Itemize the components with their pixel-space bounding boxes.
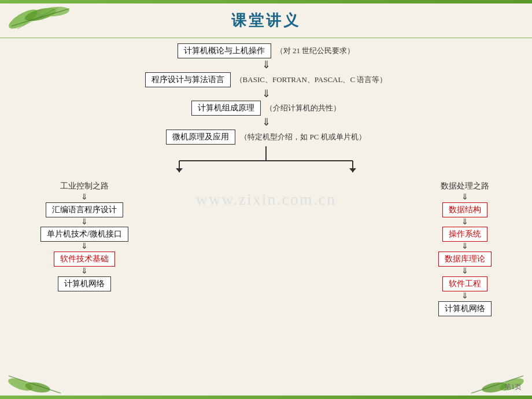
node3-comment: （介绍计算机的共性） [265, 103, 341, 113]
left-node-3: 软件技术基础 [54, 252, 115, 267]
arrow1: ⇓ [262, 59, 271, 72]
left-node-1: 汇编语言程序设计 [46, 202, 123, 217]
svg-marker-16 [349, 168, 356, 172]
title-divider [0, 38, 532, 38]
node4-box: 微机原理及应用 [166, 130, 235, 145]
branch-section: 工业控制之路 ⇓ 汇编语言程序设计 ⇓ 单片机技术/微机接口 ⇓ 软件技术基础 … [17, 181, 515, 316]
left-branch-label: 工业控制之路 [60, 181, 109, 191]
chain-row-4: 微机原理及应用 （特定机型介绍，如 PC 机或单片机） [166, 130, 365, 145]
node3-box: 计算机组成原理 [191, 101, 261, 116]
left-node-4: 计算机网络 [58, 276, 111, 291]
right-node-3: 数据库理论 [438, 252, 492, 267]
right-arrow-2: ⇓ [461, 242, 468, 252]
leaf-decoration-bottom-left [6, 367, 64, 396]
arrow2: ⇓ [262, 88, 271, 101]
right-node-1: 数据结构 [442, 202, 487, 217]
left-arrow-3: ⇓ [81, 267, 88, 276]
right-branch: 数据处理之路 ⇓ 数据结构 ⇓ 操作系统 ⇓ 数据库理论 ⇓ 软件工程 ⇓ 计算… [438, 181, 492, 316]
left-arrow-0: ⇓ [81, 193, 88, 202]
right-node-2: 操作系统 [442, 227, 487, 242]
chain-row-2: 程序设计与算法语言 （BASIC、FORTRAN、PASCAL、C 语言等） [145, 72, 387, 87]
right-arrow-3: ⇓ [461, 267, 468, 276]
page-number: 第1页 [504, 382, 522, 392]
left-branch: 工业控制之路 ⇓ 汇编语言程序设计 ⇓ 单片机技术/微机接口 ⇓ 软件技术基础 … [40, 181, 128, 316]
right-arrow-1: ⇓ [461, 217, 468, 227]
chain-row-3: 计算机组成原理 （介绍计算机的共性） [191, 101, 341, 116]
left-node-2: 单片机技术/微机接口 [40, 227, 128, 242]
node2-comment: （BASIC、FORTRAN、PASCAL、C 语言等） [235, 75, 387, 85]
right-arrow-0: ⇓ [461, 193, 468, 202]
chain-row-1: 计算机概论与上机操作 （对 21 世纪公民要求） [178, 43, 355, 58]
page-title: 课堂讲义 [0, 0, 532, 35]
node1-box: 计算机概论与上机操作 [178, 43, 271, 58]
right-arrow-4: ⇓ [461, 291, 468, 301]
right-node-5: 计算机网络 [438, 301, 492, 316]
node2-box: 程序设计与算法语言 [145, 72, 231, 87]
top-bar [0, 0, 532, 3]
left-arrow-1: ⇓ [81, 217, 88, 227]
node4-comment: （特定机型介绍，如 PC 机或单片机） [240, 132, 365, 142]
right-node-4: 软件工程 [442, 276, 487, 291]
top-chain: 计算机概论与上机操作 （对 21 世纪公民要求） ⇓ 程序设计与算法语言 （BA… [17, 43, 515, 178]
arrow3: ⇓ [262, 116, 271, 129]
right-branch-label: 数据处理之路 [441, 181, 489, 191]
left-arrow-2: ⇓ [81, 242, 88, 252]
bottom-bar [0, 396, 532, 399]
svg-marker-15 [176, 168, 183, 172]
node1-comment: （对 21 世纪公民要求） [276, 46, 355, 56]
flowchart-content: 计算机概论与上机操作 （对 21 世纪公民要求） ⇓ 程序设计与算法语言 （BA… [0, 43, 532, 316]
branch-connector [121, 146, 411, 178]
leaf-decoration-top-left [6, 3, 75, 35]
